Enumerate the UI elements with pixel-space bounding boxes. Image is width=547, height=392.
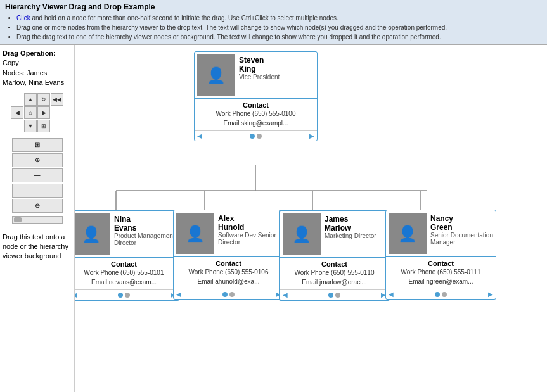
card-prev-steven[interactable]: ◀ [197, 132, 202, 139]
main-container: Hierarchy Viewer Drag and Drop Example C… [0, 0, 547, 392]
dot-2 [257, 134, 262, 139]
info-steven: Steven King Vice President [239, 54, 280, 96]
photo-nancy: 👤 [389, 213, 427, 254]
zoom-in-btn[interactable]: ⊕ [12, 153, 63, 167]
tool-buttons: ⊞ ⊕ — — ⊖ [12, 138, 63, 213]
nav-layout-btn[interactable]: ⊞ [37, 120, 50, 132]
zoom-out-btn[interactable]: — [12, 184, 63, 198]
nav-rotate-btn[interactable]: ↻ [37, 93, 50, 106]
nav-empty-3 [11, 120, 23, 132]
contact-steven: Contact Work Phone (650) 555-0100 Email … [195, 98, 317, 130]
photo-alex: 👤 [176, 213, 214, 254]
photo-nina: 👤 [75, 213, 110, 255]
info-alex: Alex Hunold Software Dev Senior Director [218, 213, 281, 254]
info-nancy: Nancy Green Senior Documentation Manager [430, 213, 493, 254]
card-nav-alex[interactable]: ◀ ▶ [174, 289, 283, 299]
card-prev-alex[interactable]: ◀ [176, 291, 181, 298]
vertical-scrollbar[interactable] [12, 216, 63, 224]
bullet-1: Click and hold on a node for more than o… [16, 13, 542, 23]
card-prev-nancy[interactable]: ◀ [389, 291, 394, 298]
header: Hierarchy Viewer Drag and Drop Example C… [0, 0, 547, 45]
card-top-alex: 👤 Alex Hunold Software Dev Senior Direct… [174, 210, 283, 256]
photo-james: 👤 [283, 213, 321, 255]
nav-empty-4 [51, 120, 63, 132]
nav-down-btn[interactable]: ▼ [24, 120, 37, 132]
header-title: Hierarchy Viewer Drag and Drop Example [5, 3, 542, 11]
card-nav-nancy[interactable]: ◀ ▶ [386, 289, 496, 299]
contact-nina: Contact Work Phone (650) 555-0101 Email … [75, 257, 178, 289]
nav-controls: ▲ ↻ ◀◀ ◀ ⌂ ▶ ▼ ⊞ ⊞ ⊕ — [3, 93, 72, 224]
node-nancy-green[interactable]: 👤 Nancy Green Senior Documentation Manag… [385, 210, 496, 300]
info-james: James Marlow Marketing Director [325, 213, 376, 255]
dot-1 [250, 134, 255, 139]
bullet-2: Drag one or more nodes from the hierarch… [16, 23, 542, 32]
card-nav-james[interactable]: ◀ ▶ [280, 289, 389, 300]
nav-left-btn[interactable]: ◀ [11, 106, 23, 119]
bullet-3: Drag the drag text to one of the hierarc… [16, 32, 542, 42]
card-dots-steven [250, 134, 262, 139]
contact-nancy: Contact Work Phone (650) 555-0111 Email … [386, 256, 496, 289]
node-alex-hunold[interactable]: 👤 Alex Hunold Software Dev Senior Direct… [173, 210, 284, 300]
photo-steven: 👤 [197, 54, 235, 96]
nav-empty-2 [51, 106, 63, 119]
left-panel: Drag Operation: Copy Nodes: James Marlow… [0, 45, 75, 392]
nav-prev-btn[interactable]: ◀◀ [51, 93, 63, 106]
info-nina: Nina Evans Product Management Director [114, 213, 176, 255]
nav-home-btn[interactable]: ⌂ [24, 106, 37, 119]
card-prev-nina[interactable]: ◀ [75, 291, 77, 298]
nav-right-btn[interactable]: ▶ [37, 106, 50, 119]
contact-james: Contact Work Phone (650) 555-0110 Email … [280, 257, 389, 289]
card-nav-steven[interactable]: ◀ ▶ [195, 130, 317, 141]
nav-grid: ▲ ↻ ◀◀ ◀ ⌂ ▶ ▼ ⊞ [11, 93, 63, 132]
content-area: Drag Operation: Copy Nodes: James Marlow… [0, 45, 547, 392]
fit-btn[interactable]: ⊞ [12, 138, 63, 152]
card-next-nancy[interactable]: ▶ [488, 291, 493, 298]
card-nav-nina[interactable]: ◀ ▶ [75, 289, 178, 300]
drag-text[interactable]: Drag this text onto a node or the hierar… [3, 232, 72, 262]
work-phone-steven: Work Phone (650) 555-0100 [198, 109, 313, 118]
drag-operation-text: Drag Operation: Copy Nodes: James Marlow… [3, 49, 72, 88]
nav-empty-1 [11, 93, 23, 106]
email-steven: Email sking@exampl... [198, 118, 313, 128]
card-top-nancy: 👤 Nancy Green Senior Documentation Manag… [386, 210, 496, 256]
card-top-nina: 👤 Nina Evans Product Management Director [75, 211, 178, 257]
header-bullets: Click and hold on a node for more than o… [5, 13, 542, 42]
card-prev-james[interactable]: ◀ [283, 291, 288, 298]
card-top-james: 👤 James Marlow Marketing Director [280, 211, 389, 257]
hierarchy-area[interactable]: 👤 Steven King Vice President Contact Wor… [75, 45, 547, 392]
node-james-marlow[interactable]: 👤 James Marlow Marketing Director Contac… [279, 210, 390, 301]
zoom-min-btn[interactable]: ⊖ [12, 199, 63, 213]
node-steven-king[interactable]: 👤 Steven King Vice President Contact Wor… [194, 51, 318, 141]
scrollbar-thumb [14, 217, 22, 222]
card-next-steven[interactable]: ▶ [309, 132, 314, 139]
card-top-steven: 👤 Steven King Vice President [195, 52, 317, 98]
nav-up-btn[interactable]: ▲ [24, 93, 37, 106]
node-nina-evans[interactable]: 👤 Nina Evans Product Management Director… [75, 210, 179, 301]
zoom-fit-btn[interactable]: — [12, 168, 63, 182]
contact-alex: Contact Work Phone (650) 555-0106 Email … [174, 256, 283, 289]
